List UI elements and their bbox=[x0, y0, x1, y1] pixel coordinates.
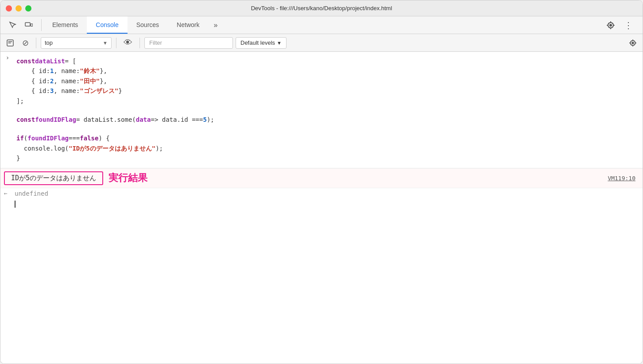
context-select-value: top bbox=[45, 39, 100, 46]
code-brace-3: { id: bbox=[31, 76, 50, 86]
devtools-window: DevTools - file:///Users/kano/Desktop/pr… bbox=[0, 0, 643, 364]
code-varname-datalist: dataList bbox=[35, 56, 65, 66]
code-if-op: === bbox=[69, 133, 80, 143]
code-line-6: const foundIDFlag = dataList.some( data … bbox=[15, 115, 643, 124]
code-param-data: data bbox=[136, 115, 151, 124]
code-keyword-const: const bbox=[16, 56, 35, 66]
tab-bar-right: ⋮ bbox=[598, 16, 641, 34]
code-end-3: }, bbox=[100, 76, 107, 86]
output-location[interactable]: VM119:10 bbox=[608, 175, 635, 182]
tab-bar-divider bbox=[41, 19, 42, 31]
window-title: DevTools - file:///Users/kano/Desktop/pr… bbox=[251, 5, 392, 12]
block-icon-button[interactable]: ⊘ bbox=[19, 37, 31, 49]
window-controls bbox=[6, 5, 31, 12]
code-plain-1: = [ bbox=[65, 56, 76, 66]
context-select-arrow: ▼ bbox=[103, 40, 108, 46]
code-indent-8 bbox=[16, 143, 24, 153]
code-str-suzuki: "鈴木" bbox=[80, 66, 100, 76]
code-str-msg: "IDが5のデータはありません" bbox=[69, 143, 155, 153]
code-str-gonzales: "ゴンザレス" bbox=[80, 86, 118, 96]
code-kw-if: if bbox=[16, 133, 24, 143]
more-options-button[interactable]: ⋮ bbox=[621, 18, 635, 32]
code-indent-4 bbox=[16, 86, 31, 96]
toolbar-divider-2 bbox=[116, 38, 116, 48]
device-mode-button[interactable] bbox=[22, 18, 36, 32]
code-if-var: foundIDFlag bbox=[27, 133, 69, 143]
settings-button[interactable] bbox=[604, 18, 618, 32]
maximize-button[interactable] bbox=[25, 5, 31, 12]
code-close-paren: ); bbox=[207, 115, 214, 124]
console-content: › const dataList = [ { id: 1 , name: "鈴木… bbox=[0, 52, 643, 364]
code-equal: = dataList.some( bbox=[76, 115, 136, 124]
filter-input[interactable] bbox=[144, 37, 233, 49]
title-bar: DevTools - file:///Users/kano/Desktop/pr… bbox=[0, 0, 643, 16]
code-line-8: console.log( "IDが5のデータはありません" ); bbox=[15, 143, 643, 153]
code-if-open: ( bbox=[24, 133, 27, 143]
console-input-line[interactable] bbox=[0, 199, 643, 209]
tab-sources[interactable]: Sources bbox=[128, 16, 168, 34]
code-line-9: } bbox=[15, 153, 643, 163]
default-levels-label: Default levels bbox=[240, 39, 275, 46]
code-num-1: 1 bbox=[50, 66, 54, 76]
tab-elements[interactable]: Elements bbox=[43, 16, 87, 34]
code-line-7: if ( foundIDFlag === false ) { bbox=[15, 133, 643, 143]
code-indent-2 bbox=[16, 66, 31, 76]
code-comma-4: , name: bbox=[54, 86, 80, 96]
code-num-5: 5 bbox=[203, 115, 206, 124]
code-brace-4: { id: bbox=[31, 86, 50, 96]
minimize-button[interactable] bbox=[15, 5, 22, 12]
output-label: 実行結果 bbox=[108, 171, 147, 185]
code-log-close: ); bbox=[155, 143, 163, 153]
code-end-4: } bbox=[118, 86, 122, 96]
code-line-1: const dataList = [ bbox=[15, 56, 643, 66]
tab-network[interactable]: Network bbox=[168, 16, 208, 34]
code-close-brace: } bbox=[16, 153, 20, 163]
code-brace-2: { id: bbox=[31, 66, 50, 76]
console-entry-code: › const dataList = [ { id: 1 , name: "鈴木… bbox=[0, 52, 643, 168]
code-close-bracket: ]; bbox=[16, 96, 24, 106]
tab-console[interactable]: Console bbox=[87, 16, 127, 34]
tab-more-button[interactable]: » bbox=[208, 16, 223, 34]
output-box: IDが5のデータはありません bbox=[4, 171, 103, 185]
console-toolbar: ⊘ top ▼ 👁 Default levels ▼ bbox=[0, 34, 643, 52]
code-varname-flag: foundIDFlag bbox=[35, 115, 76, 124]
code-comma-3: , name: bbox=[54, 76, 80, 86]
svg-rect-0 bbox=[25, 23, 30, 26]
code-line-2: { id: 1 , name: "鈴木" }, bbox=[15, 66, 643, 76]
code-str-tanaka: "田中" bbox=[80, 76, 100, 86]
console-prompt: › bbox=[0, 53, 15, 61]
tab-bar: Elements Console Sources Network » ⋮ bbox=[0, 16, 643, 34]
console-undefined-line: ← undefined bbox=[0, 188, 643, 199]
code-arrow: => data.id === bbox=[151, 115, 203, 124]
default-levels-button[interactable]: Default levels ▼ bbox=[236, 37, 287, 49]
live-expression-button[interactable]: 👁 bbox=[121, 37, 135, 49]
toolbar-divider-1 bbox=[36, 38, 36, 48]
code-blank-2 bbox=[15, 124, 643, 133]
tabs-container: Elements Console Sources Network » bbox=[43, 16, 598, 34]
console-settings-button[interactable] bbox=[627, 37, 639, 49]
inspect-element-button[interactable] bbox=[6, 18, 20, 32]
code-blank-1 bbox=[15, 106, 643, 115]
default-levels-arrow: ▼ bbox=[277, 40, 282, 46]
code-kw-const2: const bbox=[16, 115, 35, 124]
close-button[interactable] bbox=[6, 5, 12, 12]
code-end-2: }, bbox=[100, 66, 107, 76]
svg-rect-1 bbox=[31, 24, 33, 26]
toolbar-divider-3 bbox=[139, 38, 140, 48]
context-selector[interactable]: top ▼ bbox=[41, 37, 112, 49]
code-kw-false: false bbox=[80, 133, 98, 143]
code-if-close: ) { bbox=[98, 133, 109, 143]
code-num-2: 2 bbox=[50, 76, 54, 86]
code-block: const dataList = [ { id: 1 , name: "鈴木" … bbox=[15, 53, 643, 167]
cursor bbox=[15, 201, 15, 208]
code-line-3: { id: 2 , name: "田中" }, bbox=[15, 76, 643, 86]
undefined-value: undefined bbox=[15, 190, 48, 197]
code-num-3: 3 bbox=[50, 86, 54, 96]
code-console-log: console.log( bbox=[24, 143, 69, 153]
code-comma-2: , name: bbox=[54, 66, 80, 76]
toolbar-left-icons bbox=[2, 16, 39, 34]
code-line-5: ]; bbox=[15, 96, 643, 106]
code-line-4: { id: 3 , name: "ゴンザレス" } bbox=[15, 86, 643, 96]
code-indent-3 bbox=[16, 76, 31, 86]
clear-console-button[interactable] bbox=[4, 37, 16, 49]
